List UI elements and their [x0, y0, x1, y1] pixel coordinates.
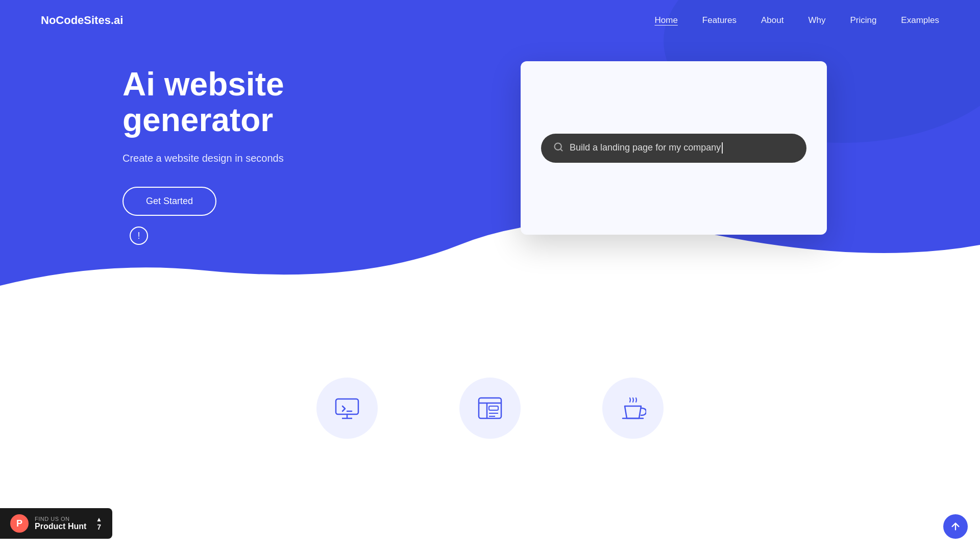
ph-upvote-count: ▲ 7 [96, 516, 102, 531]
nav-link-examples[interactable]: Examples [901, 15, 939, 25]
get-started-button[interactable]: Get Started [122, 187, 216, 216]
svg-rect-11 [489, 406, 498, 410]
feature-code [316, 378, 378, 439]
product-hunt-text: FIND US ON Product Hunt [35, 516, 86, 531]
scroll-down-icon: ! [137, 231, 140, 240]
layout-icon [477, 395, 503, 421]
nav-logo[interactable]: NoCodeSites.ai [41, 14, 123, 27]
ph-arrow: ▲ [96, 516, 102, 523]
hero-title: Ai website generator [122, 66, 429, 138]
navigation: NoCodeSites.ai Home Features About Why P… [0, 0, 980, 41]
nav-link-why[interactable]: Why [808, 15, 825, 25]
chevron-up-icon [950, 521, 961, 532]
search-icon [553, 142, 564, 155]
nav-link-pricing[interactable]: Pricing [850, 15, 876, 25]
svg-rect-4 [336, 399, 358, 414]
code-monitor-icon [334, 395, 360, 421]
features-section [0, 347, 980, 459]
ph-find-text: FIND US ON [35, 516, 86, 522]
hero-subtitle: Create a website design in seconds [122, 153, 429, 164]
hero-content: Ai website generator Create a website de… [122, 66, 429, 216]
coffee-circle [602, 378, 664, 439]
demo-search-bar[interactable]: Build a landing page for my company [541, 134, 806, 163]
code-monitor-circle [316, 378, 378, 439]
ph-name: Product Hunt [35, 522, 86, 531]
nav-link-home[interactable]: Home [655, 15, 678, 25]
svg-line-3 [560, 148, 562, 151]
demo-search-text: Build a landing page for my company [570, 142, 794, 154]
hero-section: Ai website generator Create a website de… [0, 0, 980, 347]
ph-number: 7 [97, 523, 101, 531]
scroll-to-top-button[interactable] [943, 514, 968, 539]
nav-link-about[interactable]: About [761, 15, 783, 25]
product-hunt-logo: P [10, 514, 29, 533]
nav-link-features[interactable]: Features [702, 15, 737, 25]
feature-layout [459, 378, 521, 439]
scroll-indicator[interactable]: ! [130, 227, 148, 245]
product-hunt-badge[interactable]: P FIND US ON Product Hunt ▲ 7 [0, 508, 112, 539]
feature-coffee [602, 378, 664, 439]
layout-circle [459, 378, 521, 439]
nav-links: Home Features About Why Pricing Examples [655, 15, 940, 26]
coffee-icon [620, 395, 646, 421]
demo-card: Build a landing page for my company [521, 61, 827, 235]
